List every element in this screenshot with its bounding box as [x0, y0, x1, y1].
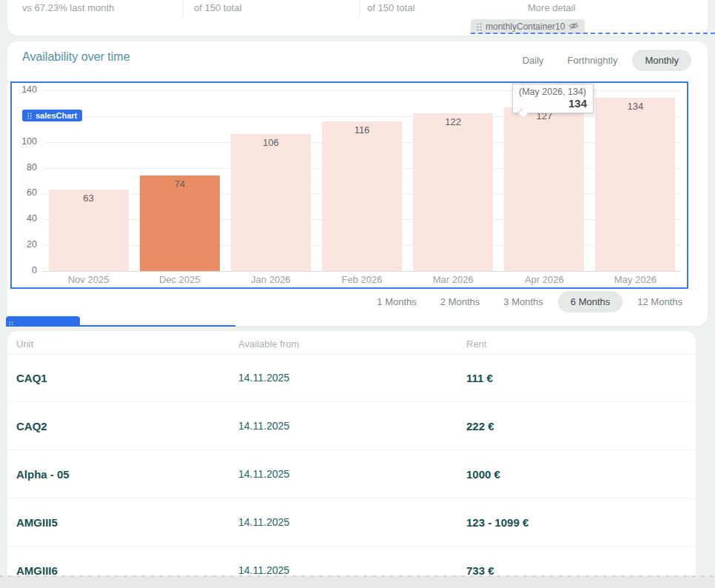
table-row[interactable]: CAQ214.11.2025222 €	[7, 402, 696, 450]
chart-frame[interactable]: 02040608010012014063Nov 202574Dec 202510…	[10, 81, 688, 289]
more-detail-link[interactable]: More detail	[528, 2, 575, 13]
dashboard-page: vs 67.23% last month of 150 total of 150…	[0, 0, 715, 588]
unit-cell: Alpha - 05	[16, 468, 70, 481]
rent-cell: 123 - 1099 €	[466, 516, 528, 529]
y-axis-tick-140: 140	[12, 84, 37, 95]
stat-divider	[360, 0, 360, 18]
bar-value-label: 106	[231, 137, 311, 148]
selection-guide-line	[471, 33, 715, 34]
y-axis-tick-20: 20	[12, 239, 37, 250]
stats-strip-card: vs 67.23% last month of 150 total of 150…	[7, 0, 708, 36]
column-header-available-from: Available from	[238, 338, 299, 350]
x-axis-label: Jan 2026	[225, 274, 316, 285]
table-row[interactable]: Alpha - 0514.11.20251000 €	[7, 450, 696, 498]
unit-cell: AMGIII5	[16, 516, 58, 529]
selection-underline	[6, 325, 235, 327]
stat-divider	[183, 0, 184, 18]
rent-cell: 222 €	[466, 420, 494, 432]
y-axis-tick-80: 80	[12, 162, 37, 173]
bar-jan-2026[interactable]	[231, 134, 311, 271]
eye-off-icon[interactable]	[568, 21, 579, 33]
tab-daily[interactable]: Daily	[514, 50, 553, 71]
range-12-months[interactable]: 12 Months	[628, 291, 691, 313]
drag-handle-icon[interactable]	[27, 113, 32, 119]
bar-dec-2025[interactable]	[140, 176, 220, 271]
tooltip-category-value: (May 2026, 134)	[519, 87, 587, 97]
y-axis-tick-0: 0	[12, 265, 37, 275]
available-from-cell: 14.11.2025	[238, 468, 289, 480]
available-from-cell: 14.11.2025	[238, 516, 289, 528]
gridline-0	[43, 271, 681, 272]
range-6-months[interactable]: 6 Months	[558, 291, 622, 313]
interval-tabs: Daily Forthnightly Monthly	[514, 49, 691, 71]
available-from-cell: 14.11.2025	[238, 420, 289, 432]
availability-chart-card: Availability over time Daily Forthnightl…	[7, 41, 708, 326]
available-from-cell: 14.11.2025	[238, 564, 289, 576]
table-row[interactable]: AMGIII514.11.2025123 - 1099 €	[7, 498, 696, 547]
rent-cell: 733 €	[466, 564, 494, 577]
chart-title: Availability over time	[22, 50, 130, 64]
range-2-months[interactable]: 2 Months	[432, 291, 489, 313]
chart-tooltip: (May 2026, 134) 134	[512, 84, 594, 113]
stat-vs-last-month: vs 67.23% last month	[22, 2, 114, 13]
column-header-rent: Rent	[466, 338, 486, 350]
unit-cell: CAQ2	[16, 420, 47, 432]
dotted-border	[0, 575, 715, 577]
available-from-cell: 14.11.2025	[238, 372, 289, 384]
rent-cell: 111 €	[466, 372, 493, 384]
sales-chart-chip[interactable]: salesChart	[22, 110, 82, 121]
tab-monthly[interactable]: Monthly	[632, 50, 691, 71]
bar-value-label: 134	[595, 101, 675, 112]
unit-cell: CAQ1	[16, 372, 47, 384]
bar-value-label: 63	[49, 193, 129, 204]
rent-cell: 1000 €	[466, 468, 500, 481]
bottom-scroll-band[interactable]	[0, 575, 715, 588]
x-axis-label: Dec 2025	[134, 274, 225, 285]
units-table-card: Unit Available from Rent CAQ114.11.20251…	[7, 331, 696, 588]
y-axis-tick-100: 100	[12, 136, 37, 147]
bar-may-2026[interactable]	[595, 98, 675, 271]
y-axis-tick-60: 60	[12, 187, 37, 198]
stat-of-total-2: of 150 total	[367, 2, 414, 13]
tab-forthnightly[interactable]: Forthnightly	[559, 50, 627, 71]
x-axis-label: Mar 2026	[408, 274, 499, 285]
bar-value-label: 74	[140, 178, 220, 190]
bar-value-label: 122	[413, 116, 493, 127]
range-buttons: 1 Months 2 Months 3 Months 6 Months 12 M…	[368, 290, 691, 313]
range-3-months[interactable]: 3 Months	[494, 291, 551, 313]
x-axis-label: Apr 2026	[499, 274, 590, 285]
x-axis-label: Nov 2025	[43, 274, 134, 285]
bar-value-label: 116	[322, 124, 402, 136]
unit-cell: AMGIII6	[16, 564, 58, 577]
x-axis-label: Feb 2026	[316, 274, 407, 285]
bar-feb-2026[interactable]	[322, 121, 402, 271]
x-axis-label: May 2026	[590, 274, 681, 285]
monthly-container-chip[interactable]: monthlyContainer10	[471, 19, 585, 34]
sales-chart-chip-label: salesChart	[36, 111, 77, 120]
monthly-container-chip-label: monthlyContainer10	[486, 21, 565, 32]
y-axis-tick-40: 40	[12, 213, 37, 224]
table-body: CAQ114.11.2025111 €CAQ214.11.2025222 €Al…	[7, 354, 696, 588]
bar-apr-2026[interactable]	[504, 107, 584, 271]
drag-handle-icon[interactable]	[477, 23, 482, 31]
table-row[interactable]: CAQ114.11.2025111 €	[7, 354, 696, 402]
column-header-unit: Unit	[16, 338, 33, 350]
stat-of-total-1: of 150 total	[194, 2, 241, 13]
gridline-120	[43, 116, 681, 117]
bar-mar-2026[interactable]	[413, 113, 493, 271]
range-1-months[interactable]: 1 Months	[368, 291, 425, 313]
tooltip-value: 134	[519, 97, 587, 110]
